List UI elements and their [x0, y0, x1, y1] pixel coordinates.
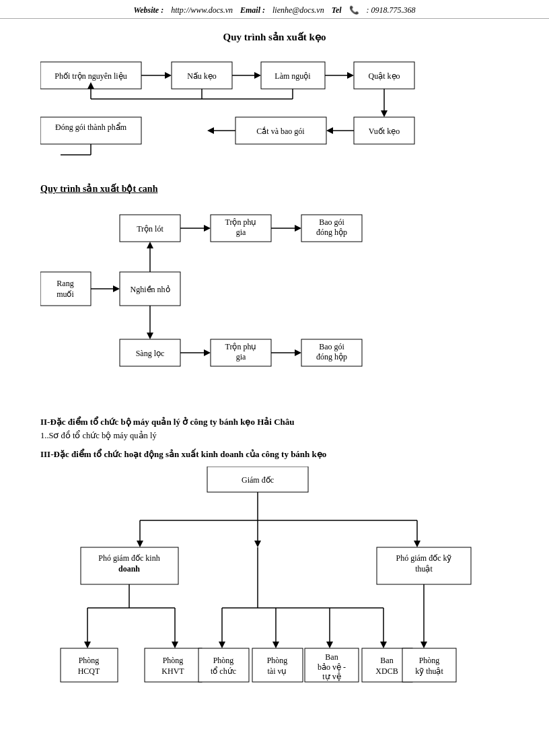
svg-rect-34	[40, 272, 91, 306]
svg-text:Ban: Ban	[380, 656, 393, 665]
svg-text:kỹ thuật: kỹ thuật	[415, 666, 443, 676]
svg-text:Phòng: Phòng	[419, 656, 440, 665]
svg-marker-65	[295, 349, 301, 356]
svg-text:Cắt và bao gói: Cắt và bao gói	[256, 127, 305, 136]
svg-text:KHVT: KHVT	[161, 666, 184, 676]
svg-text:Trộn phụ: Trộn phụ	[225, 342, 257, 351]
svg-marker-38	[113, 285, 120, 292]
svg-marker-60	[204, 349, 211, 356]
botcanh-flowchart: Rang muối Nghiền nhỏ Trộn lót Trộn phụ g…	[40, 201, 509, 410]
svg-marker-29	[207, 127, 214, 134]
svg-text:Bao gói: Bao gói	[319, 342, 344, 351]
svg-text:gia: gia	[236, 228, 246, 237]
svg-marker-121	[420, 642, 427, 648]
svg-text:Sàng lọc: Sàng lọc	[136, 349, 165, 358]
svg-rect-94	[145, 648, 202, 682]
header-bar: Website : http://www.docs.vn Email : lie…	[0, 0, 549, 19]
svg-text:Ban: Ban	[325, 652, 338, 662]
website-url: http://www.docs.vn	[171, 5, 233, 15]
svg-marker-102	[272, 642, 279, 648]
botcanh-title: Quy trình sản xuất bột canh	[40, 183, 509, 195]
svg-text:Trộn lót: Trộn lót	[137, 224, 163, 234]
svg-text:tổ chức: tổ chức	[211, 666, 236, 676]
svg-text:Phó giám đốc kinh: Phó giám đốc kinh	[98, 553, 159, 563]
svg-text:HCQT: HCQT	[78, 666, 100, 676]
svg-marker-90	[172, 642, 178, 648]
svg-text:tự vệ: tự vệ	[322, 672, 340, 681]
svg-marker-21	[381, 110, 388, 117]
tel-value: : 0918.775.368	[367, 5, 416, 15]
svg-text:Rang: Rang	[57, 279, 73, 288]
svg-rect-110	[252, 648, 303, 682]
svg-text:Quật kẹo: Quật kẹo	[369, 71, 400, 81]
svg-marker-7	[254, 72, 261, 79]
svg-text:Phòng: Phòng	[213, 656, 234, 665]
svg-text:XDCB: XDCB	[375, 666, 398, 676]
svg-marker-44	[147, 333, 153, 339]
svg-marker-11	[347, 72, 354, 79]
svg-marker-42	[147, 242, 153, 248]
svg-text:Phối trộn nguyên liệu: Phối trộn nguyên liệu	[54, 71, 126, 81]
svg-text:Phòng: Phòng	[79, 656, 100, 665]
svg-marker-88	[84, 642, 91, 648]
svg-text:đóng hộp: đóng hộp	[316, 228, 347, 237]
svg-rect-107	[198, 648, 249, 682]
svg-marker-106	[380, 642, 387, 648]
svg-text:Vuốt kẹo: Vuốt kẹo	[369, 127, 400, 136]
svg-rect-91	[61, 648, 118, 682]
svg-marker-3	[165, 72, 172, 79]
svg-text:Trộn phụ: Trộn phụ	[225, 217, 257, 227]
org-chart: Giám đốc Phó giám đốc kinh doanh Phó giá…	[40, 467, 509, 722]
svg-text:bảo vệ -: bảo vệ -	[318, 662, 346, 672]
svg-marker-76	[414, 541, 420, 547]
svg-text:Phó giám đốc kỹ: Phó giám đốc kỹ	[396, 553, 452, 563]
section3-title: III-Đặc điểm tổ chức hoạt động sản xuất …	[40, 449, 509, 460]
section2-title: II-Đặc điểm tổ chức bộ máy quản lý ở côn…	[40, 417, 509, 427]
tel-icon: 📞	[349, 5, 359, 15]
section2-sub: 1..Sơ đồ tổ chức bộ máy quản lý	[40, 430, 509, 441]
svg-text:Phòng: Phòng	[163, 656, 184, 665]
svg-text:đóng hộp: đóng hộp	[316, 352, 347, 362]
svg-text:muối: muối	[57, 289, 74, 299]
svg-text:tài vụ: tài vụ	[268, 666, 287, 676]
svg-marker-100	[219, 642, 225, 648]
email-value: lienhe@docs.vn	[272, 5, 324, 15]
website-label: Website :	[133, 5, 163, 15]
svg-text:thuật: thuật	[415, 564, 433, 574]
svg-text:Đóng gói thành phẩm: Đóng gói thành phẩm	[55, 123, 127, 132]
svg-marker-48	[204, 225, 211, 232]
svg-text:doanh: doanh	[118, 564, 140, 574]
svg-marker-78	[254, 541, 261, 547]
candy-title: Quy trình sản xuất kẹo	[40, 31, 509, 43]
svg-marker-53	[295, 225, 301, 232]
svg-marker-74	[137, 541, 143, 547]
svg-text:Giám đốc: Giám đốc	[242, 475, 274, 485]
svg-text:Nấu kẹo: Nấu kẹo	[187, 71, 217, 81]
svg-marker-25	[326, 127, 333, 134]
svg-text:Làm nguội: Làm nguội	[274, 71, 311, 81]
svg-text:gia: gia	[236, 352, 246, 362]
svg-marker-104	[326, 642, 333, 648]
email-label: Email :	[240, 5, 265, 15]
svg-text:Phòng: Phòng	[267, 656, 288, 665]
svg-text:Bao gói: Bao gói	[319, 217, 344, 227]
svg-rect-122	[402, 648, 456, 682]
candy-flowchart: Phối trộn nguyên liệu Nấu kẹo Làm nguội …	[40, 55, 509, 176]
svg-text:Nghiền nhỏ: Nghiền nhỏ	[131, 285, 170, 294]
tel-label: Tel	[332, 5, 342, 15]
